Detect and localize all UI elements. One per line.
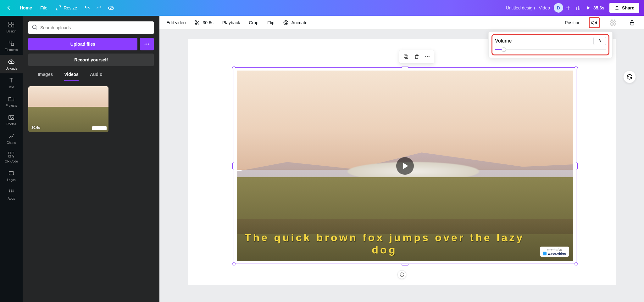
edit-video-button[interactable]: Edit video (166, 20, 186, 25)
svg-text:co.: co. (10, 172, 13, 174)
delete-button[interactable] (412, 52, 421, 61)
tab-images[interactable]: Images (38, 72, 53, 81)
svg-rect-28 (405, 56, 408, 59)
slider-knob[interactable] (502, 47, 506, 52)
rail-label: QR Code (5, 160, 18, 163)
cloud-status-button[interactable] (106, 3, 116, 13)
undo-button[interactable] (82, 3, 92, 13)
trash-icon (414, 54, 419, 60)
volume-button[interactable] (589, 18, 599, 28)
sync-button[interactable] (397, 270, 406, 279)
resize-handle-mr[interactable] (576, 162, 578, 169)
rail-projects[interactable]: Projects (0, 92, 23, 111)
regenerate-button[interactable] (623, 71, 636, 83)
redo-button[interactable] (94, 3, 104, 13)
resize-handle-mb[interactable] (402, 264, 408, 265)
lock-button[interactable] (627, 18, 637, 28)
rail-text[interactable]: Text (0, 73, 23, 92)
volume-value-input[interactable] (593, 37, 606, 45)
resize-menu[interactable]: Resize (52, 3, 80, 13)
search-wrap (28, 21, 154, 34)
volume-popover: Volume (488, 31, 613, 58)
svg-rect-9 (12, 152, 14, 154)
rail-label: Projects (6, 104, 17, 107)
home-button[interactable]: Home (17, 3, 35, 12)
nav-back-button[interactable] (5, 4, 15, 11)
svg-rect-1 (12, 22, 14, 24)
add-member-button[interactable] (563, 3, 573, 13)
canvas-play-button[interactable] (396, 157, 414, 175)
playback-button[interactable]: Playback (222, 20, 240, 25)
svg-rect-29 (404, 55, 407, 58)
resize-handle-mt[interactable] (402, 66, 408, 68)
speaker-icon (591, 20, 597, 26)
svg-point-32 (428, 56, 429, 57)
play-icon (403, 163, 408, 169)
resize-handle-br[interactable] (575, 262, 578, 265)
upload-more-button[interactable] (140, 38, 154, 50)
duplicate-button[interactable] (401, 52, 411, 61)
rail-label: Logos (7, 178, 15, 182)
svg-rect-8 (9, 152, 11, 154)
flip-button[interactable]: Flip (267, 20, 275, 25)
position-button[interactable]: Position (565, 20, 580, 25)
apps-icon (8, 188, 15, 196)
chevron-left-icon (7, 6, 12, 10)
svg-point-19 (32, 25, 36, 29)
svg-point-13 (9, 190, 10, 191)
rail-charts[interactable]: Charts (0, 129, 23, 148)
rail-photos[interactable]: Photos (0, 111, 23, 129)
svg-point-16 (9, 191, 10, 192)
lock-open-icon (629, 20, 635, 26)
editor-toolbar: Edit video 30.6s Playback Crop Flip Anim… (159, 16, 644, 30)
rail-label: Apps (8, 197, 15, 200)
preview-duration: 35.6s (593, 5, 604, 10)
rail-apps[interactable]: Apps (0, 185, 23, 203)
share-button[interactable]: Share (609, 3, 639, 13)
svg-rect-3 (12, 25, 14, 27)
video-element[interactable]: The quick brown fox jumps over the lazy … (237, 71, 573, 261)
search-input[interactable] (40, 25, 151, 30)
preview-play-button[interactable]: 35.6s (583, 5, 607, 10)
crop-button[interactable]: Crop (249, 20, 258, 25)
rail-qrcode[interactable]: QR Code (0, 148, 23, 166)
resize-handle-ml[interactable] (232, 162, 234, 169)
svg-point-14 (11, 190, 12, 191)
dots-horizontal-icon (144, 41, 150, 47)
avatar-letter: D (557, 5, 560, 10)
resize-handle-tr[interactable] (575, 66, 578, 69)
record-label: Record yourself (74, 57, 108, 62)
user-avatar[interactable]: D (554, 3, 563, 13)
insights-button[interactable] (573, 3, 583, 13)
thumbnail-watermark (92, 126, 107, 130)
projects-icon (8, 95, 15, 103)
more-actions-button[interactable] (423, 52, 432, 61)
clip-trim-button[interactable]: 30.6s (194, 20, 213, 26)
resize-handle-tl[interactable] (232, 66, 236, 69)
svg-point-23 (195, 20, 197, 22)
upload-files-button[interactable]: Upload files (28, 38, 137, 50)
volume-label: Volume (495, 38, 512, 44)
rail-uploads[interactable]: Uploads (0, 55, 23, 73)
svg-point-18 (13, 191, 14, 192)
svg-rect-2 (9, 25, 11, 27)
canvas-zone[interactable]: The quick brown fox jumps over the lazy … (159, 30, 644, 302)
rail-logos[interactable]: co. Logos (0, 166, 23, 185)
svg-point-17 (11, 191, 12, 192)
text-icon (8, 77, 15, 84)
animate-button[interactable]: Animate (283, 20, 307, 26)
transparency-button[interactable] (608, 18, 618, 28)
volume-slider[interactable] (495, 49, 606, 50)
selected-element-frame[interactable]: The quick brown fox jumps over the lazy … (234, 67, 576, 264)
upload-thumbnail[interactable]: 30.6s (28, 86, 108, 132)
rail-design[interactable]: Design (0, 18, 23, 36)
rail-elements[interactable]: Elements (0, 36, 23, 55)
record-yourself-button[interactable]: Record yourself (28, 54, 154, 66)
upload-files-label: Upload files (70, 42, 95, 47)
file-menu[interactable]: File (37, 3, 51, 12)
tab-videos[interactable]: Videos (64, 72, 79, 81)
document-title[interactable]: Untitled design - Video (506, 5, 550, 10)
canvas-page[interactable]: The quick brown fox jumps over the lazy … (188, 39, 616, 285)
tab-audio[interactable]: Audio (90, 72, 103, 81)
resize-handle-bl[interactable] (232, 262, 236, 265)
